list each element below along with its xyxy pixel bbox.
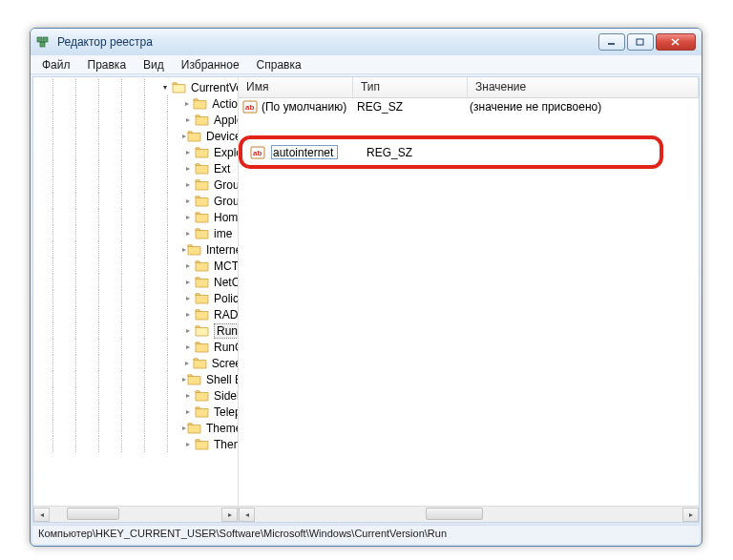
tree-item[interactable]: Themes bbox=[33, 436, 238, 452]
folder-icon bbox=[195, 308, 210, 321]
tree-item[interactable]: Internet Settings bbox=[33, 241, 238, 258]
expand-icon[interactable] bbox=[182, 390, 194, 402]
expand-icon[interactable] bbox=[182, 114, 194, 126]
app-icon bbox=[36, 34, 52, 50]
expand-icon[interactable] bbox=[159, 82, 171, 93]
tree-item[interactable]: Group Policy bbox=[33, 176, 238, 193]
menu-file[interactable]: Файл bbox=[34, 56, 78, 73]
svg-rect-10 bbox=[251, 147, 264, 158]
scroll-thumb[interactable] bbox=[67, 508, 119, 520]
tree-item[interactable]: Policies bbox=[33, 290, 238, 306]
tree-label: Applets bbox=[214, 114, 238, 127]
expand-icon[interactable] bbox=[182, 374, 186, 385]
tree-item[interactable]: Shell Extensions bbox=[33, 371, 238, 387]
scroll-left-button[interactable]: ◂ bbox=[33, 508, 50, 522]
scroll-thumb[interactable] bbox=[426, 508, 483, 520]
expand-icon[interactable] bbox=[182, 196, 194, 207]
menu-edit[interactable]: Правка bbox=[80, 56, 135, 73]
tree-item[interactable]: Telephony bbox=[33, 404, 238, 420]
tree-label: RunOnce bbox=[214, 341, 238, 354]
tree-label: MCT bbox=[214, 259, 238, 273]
window-title: Редактор реестра bbox=[57, 35, 597, 49]
tree-item[interactable]: Run bbox=[33, 322, 238, 339]
svg-text:ab: ab bbox=[253, 149, 262, 157]
scroll-track[interactable] bbox=[255, 508, 682, 522]
tree-label: Telephony bbox=[214, 405, 238, 419]
expand-icon[interactable] bbox=[182, 244, 186, 256]
tree-item[interactable]: ThemeManager bbox=[33, 420, 238, 436]
tree-item[interactable]: Sidebar bbox=[33, 387, 238, 404]
tree-item[interactable]: RunOnce bbox=[33, 339, 238, 355]
tree-h-scrollbar[interactable]: ◂ ▸ bbox=[33, 506, 238, 522]
tree-label: ime bbox=[214, 227, 232, 240]
expand-icon[interactable] bbox=[182, 342, 194, 353]
tree-scroll[interactable]: CurrentVersionAction CenterAppletsDevice… bbox=[33, 77, 238, 506]
value-type: REG_SZ bbox=[357, 100, 470, 114]
value-type: REG_SZ bbox=[366, 146, 481, 159]
string-value-icon: ab bbox=[250, 145, 265, 160]
tree-item[interactable]: Screensavers bbox=[33, 355, 238, 371]
minimize-button[interactable] bbox=[598, 33, 625, 51]
expand-icon[interactable] bbox=[182, 260, 194, 272]
titlebar[interactable]: Редактор реестра bbox=[31, 29, 702, 55]
tree-item[interactable]: Group Policy bbox=[33, 193, 238, 209]
tree-label: HomeGroup bbox=[214, 211, 238, 224]
value-row-default[interactable]: ab (По умолчанию) REG_SZ (значение не пр… bbox=[239, 98, 699, 115]
tree-item[interactable]: Device Metadata bbox=[33, 128, 238, 144]
expand-icon[interactable] bbox=[182, 228, 194, 239]
column-value[interactable]: Значение bbox=[468, 77, 699, 97]
folder-icon bbox=[195, 438, 210, 450]
scroll-track[interactable] bbox=[50, 508, 221, 522]
rename-input[interactable] bbox=[271, 145, 338, 159]
expand-icon[interactable] bbox=[182, 423, 186, 434]
tree-item[interactable]: Explorer bbox=[33, 144, 238, 160]
expand-icon[interactable] bbox=[182, 131, 186, 142]
expand-icon[interactable] bbox=[182, 309, 194, 321]
menu-view[interactable]: Вид bbox=[136, 56, 172, 73]
tree-item[interactable]: Ext bbox=[33, 160, 238, 176]
close-button[interactable] bbox=[656, 33, 696, 51]
expand-icon[interactable] bbox=[182, 98, 192, 110]
tree-item[interactable]: ime bbox=[33, 225, 238, 241]
folder-icon bbox=[187, 243, 202, 256]
tree-item-parent[interactable]: CurrentVersion bbox=[33, 79, 238, 95]
tree-item[interactable]: Applets bbox=[33, 112, 238, 128]
tree-label: Explorer bbox=[214, 146, 238, 159]
tree-item[interactable]: RADAR bbox=[33, 306, 238, 322]
tree-label: Sidebar bbox=[214, 389, 238, 403]
tree-item[interactable]: MCT bbox=[33, 258, 238, 274]
tree-item[interactable]: Action Center bbox=[33, 95, 238, 112]
column-name[interactable]: Имя bbox=[239, 77, 353, 97]
menu-favorites[interactable]: Избранное bbox=[174, 56, 247, 73]
expand-icon[interactable] bbox=[182, 358, 192, 369]
expand-icon[interactable] bbox=[182, 147, 194, 158]
folder-icon bbox=[195, 114, 210, 126]
list-h-scrollbar[interactable]: ◂ ▸ bbox=[239, 506, 699, 522]
tree-item[interactable]: HomeGroup bbox=[33, 209, 238, 225]
expand-icon[interactable] bbox=[182, 179, 194, 191]
folder-icon bbox=[195, 405, 210, 418]
expand-icon[interactable] bbox=[182, 325, 194, 337]
svg-rect-2 bbox=[40, 42, 45, 47]
tree-label: Themes bbox=[214, 438, 238, 451]
folder-icon bbox=[195, 195, 210, 207]
scroll-right-button[interactable]: ▸ bbox=[682, 508, 699, 522]
scroll-left-button[interactable]: ◂ bbox=[239, 508, 255, 522]
menu-help[interactable]: Справка bbox=[249, 56, 309, 73]
tree-label: Internet Settings bbox=[206, 243, 238, 257]
scroll-right-button[interactable]: ▸ bbox=[221, 508, 238, 522]
tree-item[interactable]: NetCache bbox=[33, 274, 238, 290]
expand-icon[interactable] bbox=[182, 406, 194, 418]
expand-icon[interactable] bbox=[182, 277, 194, 288]
folder-icon bbox=[193, 357, 208, 369]
expand-icon[interactable] bbox=[182, 212, 194, 223]
expand-icon[interactable] bbox=[182, 293, 194, 304]
column-type[interactable]: Тип bbox=[353, 77, 468, 97]
expand-icon[interactable] bbox=[182, 163, 194, 175]
tree-label: Policies bbox=[214, 292, 238, 305]
list-body[interactable]: ab (По умолчанию) REG_SZ (значение не пр… bbox=[239, 98, 699, 506]
expand-icon[interactable] bbox=[182, 439, 194, 450]
folder-icon bbox=[195, 259, 210, 272]
list-pane: Имя Тип Значение ab (По умолчанию) REG_S… bbox=[239, 77, 699, 522]
maximize-button[interactable] bbox=[627, 33, 654, 51]
